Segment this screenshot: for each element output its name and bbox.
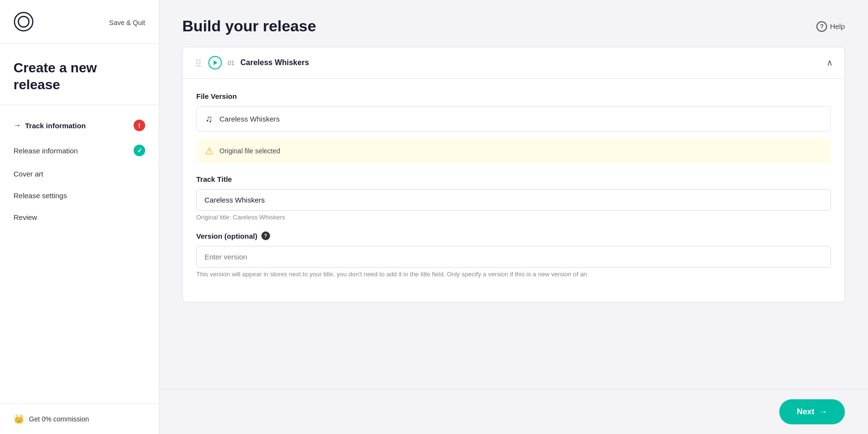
next-button[interactable]: Next → bbox=[779, 399, 845, 424]
track-card-header: 01 Careless Whiskers ∧ bbox=[183, 47, 844, 79]
sidebar-header: Save & Quit bbox=[0, 0, 159, 44]
sidebar-title: Create a new release bbox=[0, 44, 159, 105]
sidebar-item-label: Review bbox=[14, 213, 145, 221]
sidebar-item-release-settings[interactable]: Release settings bbox=[0, 185, 159, 206]
version-label-row: Version (optional) ? bbox=[196, 231, 831, 240]
sidebar-item-label: Track information bbox=[25, 122, 134, 130]
svg-point-1 bbox=[18, 16, 29, 27]
sidebar-item-label: Release information bbox=[14, 147, 134, 155]
sidebar-nav: → Track information ! Release informatio… bbox=[0, 105, 159, 404]
sidebar-footer: 👑 Get 0% commission bbox=[0, 404, 159, 434]
sidebar-item-release-information[interactable]: Release information ✓ bbox=[0, 138, 159, 163]
next-arrow-icon: → bbox=[819, 407, 827, 417]
track-name: Careless Whiskers bbox=[240, 58, 309, 67]
help-button[interactable]: ? Help bbox=[816, 21, 845, 32]
track-info-error-badge: ! bbox=[134, 120, 145, 131]
track-play-button[interactable] bbox=[208, 56, 222, 69]
sidebar: Save & Quit Create a new release → Track… bbox=[0, 0, 159, 434]
track-card: 01 Careless Whiskers ∧ File Version ♫ Ca… bbox=[182, 47, 845, 302]
track-collapse-button[interactable]: ∧ bbox=[827, 57, 833, 68]
version-group: Version (optional) ? This version will a… bbox=[196, 231, 831, 278]
version-hint: This version will appear in stores next … bbox=[196, 271, 831, 278]
warning-text: Original file selected bbox=[219, 147, 280, 155]
help-label: Help bbox=[830, 22, 845, 30]
main-header: Build your release ? Help bbox=[159, 0, 868, 47]
track-title-group: Track Title Original title: Careless Whi… bbox=[196, 175, 831, 221]
svg-point-0 bbox=[14, 13, 33, 31]
track-number: 01 bbox=[228, 59, 234, 67]
save-quit-button[interactable]: Save & Quit bbox=[109, 19, 145, 27]
page-title: Build your release bbox=[182, 17, 316, 35]
crown-icon: 👑 bbox=[14, 414, 24, 424]
file-version-name: Careless Whiskers bbox=[219, 115, 280, 123]
main-body: 01 Careless Whiskers ∧ File Version ♫ Ca… bbox=[159, 47, 868, 434]
sidebar-item-cover-art[interactable]: Cover art bbox=[0, 163, 159, 185]
release-info-success-badge: ✓ bbox=[134, 145, 145, 156]
main-footer: Next → bbox=[159, 389, 868, 434]
version-input[interactable] bbox=[196, 246, 831, 268]
file-version-group: File Version ♫ Careless Whiskers ⚠ Origi… bbox=[196, 92, 831, 163]
file-version-label: File Version bbox=[196, 92, 831, 100]
next-label: Next bbox=[797, 407, 814, 417]
track-title-label: Track Title bbox=[196, 175, 831, 183]
sidebar-item-track-information[interactable]: → Track information ! bbox=[0, 113, 159, 138]
commission-text: Get 0% commission bbox=[29, 415, 89, 423]
warning-icon: ⚠ bbox=[205, 145, 214, 157]
nav-arrow-icon: → bbox=[14, 121, 21, 130]
sidebar-item-label: Cover art bbox=[14, 170, 145, 178]
version-info-icon[interactable]: ? bbox=[261, 231, 270, 240]
music-icon: ♫ bbox=[205, 113, 213, 124]
play-icon bbox=[214, 60, 217, 65]
help-circle-icon: ? bbox=[816, 21, 827, 32]
warning-banner: ⚠ Original file selected bbox=[196, 138, 831, 163]
sidebar-item-label: Release settings bbox=[14, 191, 145, 200]
track-body: File Version ♫ Careless Whiskers ⚠ Origi… bbox=[183, 79, 844, 302]
logo bbox=[14, 12, 34, 34]
version-label: Version (optional) bbox=[196, 232, 258, 240]
sidebar-item-review[interactable]: Review bbox=[0, 206, 159, 228]
track-header-left: 01 Careless Whiskers bbox=[194, 56, 309, 69]
track-title-hint: Original title: Careless Whiskers bbox=[196, 214, 831, 221]
drag-handle[interactable] bbox=[194, 57, 203, 68]
track-title-input[interactable] bbox=[196, 189, 831, 211]
file-version-box: ♫ Careless Whiskers bbox=[196, 106, 831, 132]
main-content: Build your release ? Help bbox=[159, 0, 868, 434]
